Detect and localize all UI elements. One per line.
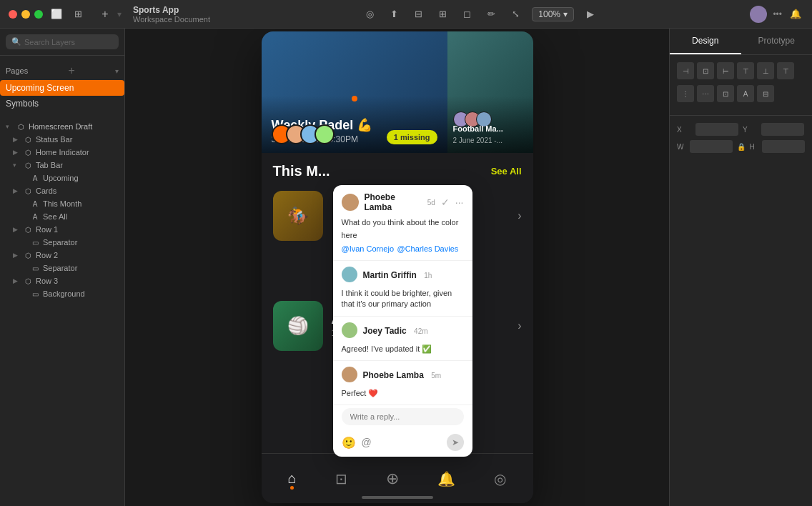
right-panel: Design Prototype ⊣ ⊡ ⊢ ⊤ ⊥ ⊤ ⋮ ⋯ ⊡ A ⊟ [669,29,812,506]
nav-calendar[interactable]: ⊡ [335,470,347,487]
notification-icon[interactable]: 🔔 [788,6,803,22]
minimize-button[interactable] [21,10,30,19]
align-top-btn[interactable]: ⊤ [737,62,754,79]
comment-2-meta: Martin Griffin 1h [363,268,432,281]
w-input[interactable] [690,140,733,153]
position-section: X Y W 🔒 H [670,116,812,164]
comment-4-text: Perfect ❤️ [333,388,472,405]
layer-row-3[interactable]: ▶ ⬡ Row 3 [0,274,124,287]
tab-prototype[interactable]: Prototype [741,29,813,54]
hero-right-card[interactable]: Football Ma... 2 June 2021 -... [447,31,533,153]
mask-icon[interactable]: ◻ [459,6,475,22]
align-bottom-btn[interactable]: ⊤ [777,62,794,79]
comment-3-name: Joey Tadic [363,326,407,336]
section-title: This M... [273,163,330,179]
comment-3-time: 42m [414,327,427,335]
search-bar: 🔍 Search Layers [0,29,124,56]
user-avatar[interactable] [750,6,767,23]
align-section: ⊣ ⊡ ⊢ ⊤ ⊥ ⊤ ⋮ ⋯ ⊡ A ⊟ [670,55,812,115]
layer-row-2[interactable]: ▶ ⬡ Row 2 [0,249,124,262]
at-mention-icon[interactable]: @ [362,437,372,448]
layer-upcoming-text[interactable]: A Upcoming [0,172,124,184]
comment-1-mention1[interactable]: @Ivan Cornejo [342,244,395,253]
align-extra-1[interactable]: ⊡ [717,85,734,102]
comment-icon[interactable]: ◎ [362,6,377,22]
top-bar-right: ••• 🔔 [750,6,803,23]
see-all-button[interactable]: See All [491,166,522,177]
comment-more-icon[interactable]: ··· [455,197,464,208]
comment-2-header: Martin Griffin 1h [333,261,472,288]
layer-home-indicator[interactable]: ▶ ⬡ Home Indicator [0,146,124,159]
layer-cards[interactable]: ▶ ⬡ Cards [0,184,124,197]
add-page-icon[interactable]: + [97,6,113,22]
upload-icon[interactable]: ⬆ [386,6,402,22]
add-page-button[interactable]: + [68,64,74,77]
x-input[interactable] [695,123,738,136]
layer-status-bar[interactable]: ▶ ⬡ Status Bar [0,133,124,146]
h-input[interactable] [762,140,805,153]
reply-input[interactable] [342,408,464,425]
layer-tab-bar[interactable]: ▾ ⬡ Tab Bar [0,159,124,172]
layout-icon[interactable]: ⊟ [410,6,426,22]
distribute-h-btn[interactable]: ⋮ [677,85,694,102]
comment-3-header: Joey Tadic 42m [333,317,472,344]
y-input[interactable] [761,123,804,136]
avatar-4 [315,124,335,144]
send-reply-button[interactable]: ➤ [447,434,464,451]
layers-section: ▾ ⬡ Homescreen Draft ▶ ⬡ Status Bar ▶ ⬡ … [0,117,124,506]
crop-icon[interactable]: ⊞ [435,6,450,22]
layer-row-1[interactable]: ▶ ⬡ Row 1 [0,223,124,236]
align-center-h-btn[interactable]: ⊡ [697,62,714,79]
page-item-symbols[interactable]: Symbols [0,96,124,111]
left-sidebar: 🔍 Search Layers Pages + ▾ Upcoming Scree… [0,29,125,506]
zoom-control[interactable]: 100%▾ [532,7,574,21]
comment-3-meta: Joey Tadic 42m [363,324,428,337]
comment-popup[interactable]: Phoebe Lamba 5d ✓ ··· What do you think … [333,185,472,457]
comment-1-name: Phoebe Lamba [365,192,422,212]
layer-background[interactable]: ▭ Background [0,287,124,300]
comment-1-avatar [342,194,359,211]
x-label: X [677,126,691,134]
nav-add[interactable]: ⊕ [386,470,399,488]
layer-separator-2[interactable]: ▭ Separator [0,262,124,274]
emoji-icon[interactable]: 🙂 [342,436,356,450]
comment-1-mention2[interactable]: @Charles Davies [397,244,459,253]
nav-profile[interactable]: ◎ [494,470,506,487]
align-center-v-btn[interactable]: ⊥ [757,62,774,79]
layer-homescreen-draft[interactable]: ▾ ⬡ Homescreen Draft [0,120,124,133]
page-item-upcoming[interactable]: Upcoming Screen [0,80,124,96]
comment-3-avatar [342,322,357,338]
pages-toggle[interactable]: Pages [6,66,28,75]
y-label: Y [743,126,757,134]
sidebar-toggle-icon[interactable]: ⬜ [49,6,64,22]
layer-see-all[interactable]: A See All [0,210,124,223]
fullscreen-button[interactable] [34,10,43,19]
resize-icon[interactable]: ⤡ [508,6,523,22]
panel-tabs: Design Prototype [670,29,812,55]
align-extra-3[interactable]: ⊟ [757,85,774,102]
align-right-btn[interactable]: ⊢ [717,62,734,79]
align-extra-2[interactable]: A [737,85,754,102]
tab-design[interactable]: Design [670,29,741,54]
search-input[interactable]: 🔍 Search Layers [6,34,119,49]
nav-notifications[interactable]: 🔔 [437,470,455,487]
pen-icon[interactable]: ✏ [483,6,499,22]
nav-home[interactable]: ⌂ [288,470,297,487]
grid-icon[interactable]: ⊞ [70,6,86,22]
app-title: Sports App Workspace Document [133,5,210,24]
hero-main-card[interactable]: Weekly Padel 💪 31 May 2021 - 4:30PM 1 mi… [262,31,447,153]
home-icon: ⌂ [288,470,297,487]
missing-badge[interactable]: 1 missing [387,130,437,144]
toolbar-center: ◎ ⬆ ⊟ ⊞ ◻ ✏ ⤡ 100%▾ ▶ [216,6,744,22]
lock-icon[interactable]: 🔒 [737,143,746,151]
play-icon[interactable]: ▶ [583,6,598,22]
layer-separator-1[interactable]: ▭ Separator [0,236,124,249]
layer-this-month[interactable]: A This Month [0,197,124,210]
align-left-btn[interactable]: ⊣ [677,62,694,79]
close-button[interactable] [9,10,17,19]
comment-1-body: What do you think about the color here @… [333,215,472,260]
comment-2-name: Martin Griffin [363,270,417,280]
distribute-v-btn[interactable]: ⋯ [697,85,714,102]
hero-avatar-group [272,124,329,144]
canvas-area[interactable]: Weekly Padel 💪 31 May 2021 - 4:30PM 1 mi… [125,29,669,506]
